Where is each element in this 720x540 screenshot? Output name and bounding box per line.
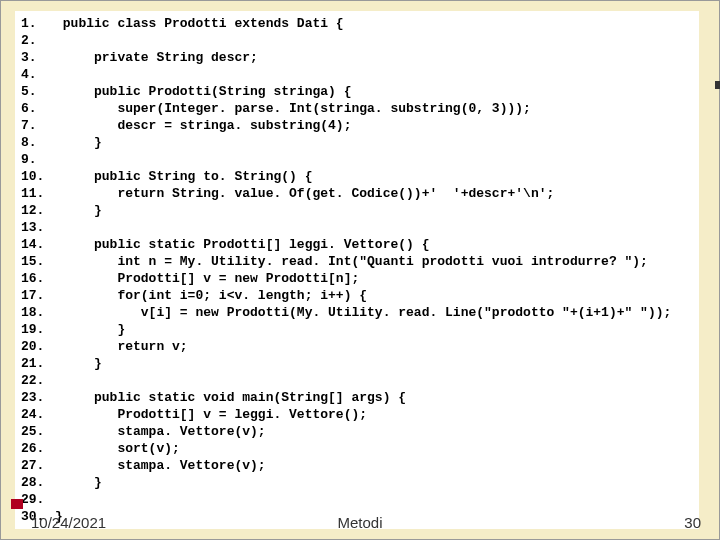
- code-line: 3. private String descr;: [21, 49, 693, 66]
- code-line: 13.: [21, 219, 693, 236]
- line-number: 21.: [21, 355, 55, 372]
- code-line: 18. v[i] = new Prodotti(My. Utility. rea…: [21, 304, 693, 321]
- line-text: private String descr;: [55, 50, 258, 65]
- line-number: 3.: [21, 49, 55, 66]
- line-number: 23.: [21, 389, 55, 406]
- line-number: 26.: [21, 440, 55, 457]
- line-number: 6.: [21, 100, 55, 117]
- line-number: 15.: [21, 253, 55, 270]
- line-text: public String to. String() {: [55, 169, 312, 184]
- line-number: 4.: [21, 66, 55, 83]
- line-number: 5.: [21, 83, 55, 100]
- code-line: 26. sort(v);: [21, 440, 693, 457]
- code-line: 25. stampa. Vettore(v);: [21, 423, 693, 440]
- line-text: int n = My. Utility. read. Int("Quanti p…: [55, 254, 648, 269]
- code-line: 23. public static void main(String[] arg…: [21, 389, 693, 406]
- footer-page: 30: [684, 514, 701, 531]
- line-text: descr = stringa. substring(4);: [55, 118, 351, 133]
- code-line: 21. }: [21, 355, 693, 372]
- code-line: 1. public class Prodotti extends Dati {: [21, 15, 693, 32]
- line-text: }: [55, 135, 102, 150]
- line-number: 27.: [21, 457, 55, 474]
- code-line: 20. return v;: [21, 338, 693, 355]
- line-text: stampa. Vettore(v);: [55, 424, 266, 439]
- line-text: Prodotti[] v = leggi. Vettore();: [55, 407, 367, 422]
- line-text: }: [55, 356, 102, 371]
- code-line: 19. }: [21, 321, 693, 338]
- line-number: 14.: [21, 236, 55, 253]
- line-number: 9.: [21, 151, 55, 168]
- code-line: 24. Prodotti[] v = leggi. Vettore();: [21, 406, 693, 423]
- line-number: 22.: [21, 372, 55, 389]
- line-text: }: [55, 203, 102, 218]
- code-line: 14. public static Prodotti[] leggi. Vett…: [21, 236, 693, 253]
- code-box: 1. public class Prodotti extends Dati {2…: [15, 11, 699, 529]
- side-mark: [715, 81, 720, 89]
- line-number: 10.: [21, 168, 55, 185]
- accent-bar: [11, 499, 23, 509]
- code-line: 6. super(Integer. parse. Int(stringa. su…: [21, 100, 693, 117]
- line-number: 8.: [21, 134, 55, 151]
- line-text: return String. value. Of(get. Codice())+…: [55, 186, 554, 201]
- line-number: 12.: [21, 202, 55, 219]
- line-number: 16.: [21, 270, 55, 287]
- code-line: 7. descr = stringa. substring(4);: [21, 117, 693, 134]
- line-text: public static Prodotti[] leggi. Vettore(…: [55, 237, 429, 252]
- code-line: 29.: [21, 491, 693, 508]
- code-line: 2.: [21, 32, 693, 49]
- line-number: 29.: [21, 491, 55, 508]
- code-line: 15. int n = My. Utility. read. Int("Quan…: [21, 253, 693, 270]
- code-line: 28. }: [21, 474, 693, 491]
- line-text: v[i] = new Prodotti(My. Utility. read. L…: [55, 305, 671, 320]
- line-number: 7.: [21, 117, 55, 134]
- line-text: super(Integer. parse. Int(stringa. subst…: [55, 101, 531, 116]
- code-line: 12. }: [21, 202, 693, 219]
- code-line: 4.: [21, 66, 693, 83]
- slide: 1. public class Prodotti extends Dati {2…: [0, 0, 720, 540]
- code-line: 11. return String. value. Of(get. Codice…: [21, 185, 693, 202]
- line-text: stampa. Vettore(v);: [55, 458, 266, 473]
- code-line: 22.: [21, 372, 693, 389]
- line-number: 2.: [21, 32, 55, 49]
- code-line: 8. }: [21, 134, 693, 151]
- line-number: 28.: [21, 474, 55, 491]
- code-line: 17. for(int i=0; i<v. length; i++) {: [21, 287, 693, 304]
- code-line: 10. public String to. String() {: [21, 168, 693, 185]
- line-number: 25.: [21, 423, 55, 440]
- line-text: }: [55, 322, 125, 337]
- line-text: return v;: [55, 339, 188, 354]
- code-line: 27. stampa. Vettore(v);: [21, 457, 693, 474]
- code-line: 9.: [21, 151, 693, 168]
- code-line: 5. public Prodotti(String stringa) {: [21, 83, 693, 100]
- line-text: public static void main(String[] args) {: [55, 390, 406, 405]
- line-number: 20.: [21, 338, 55, 355]
- line-text: sort(v);: [55, 441, 180, 456]
- line-number: 1.: [21, 15, 55, 32]
- footer-title: Metodi: [15, 514, 705, 531]
- line-number: 18.: [21, 304, 55, 321]
- line-number: 24.: [21, 406, 55, 423]
- line-text: public class Prodotti extends Dati {: [55, 16, 344, 31]
- line-text: }: [55, 475, 102, 490]
- line-text: public Prodotti(String stringa) {: [55, 84, 351, 99]
- line-text: for(int i=0; i<v. length; i++) {: [55, 288, 367, 303]
- line-number: 17.: [21, 287, 55, 304]
- line-number: 11.: [21, 185, 55, 202]
- line-text: Prodotti[] v = new Prodotti[n];: [55, 271, 359, 286]
- line-number: 19.: [21, 321, 55, 338]
- code-line: 16. Prodotti[] v = new Prodotti[n];: [21, 270, 693, 287]
- line-number: 13.: [21, 219, 55, 236]
